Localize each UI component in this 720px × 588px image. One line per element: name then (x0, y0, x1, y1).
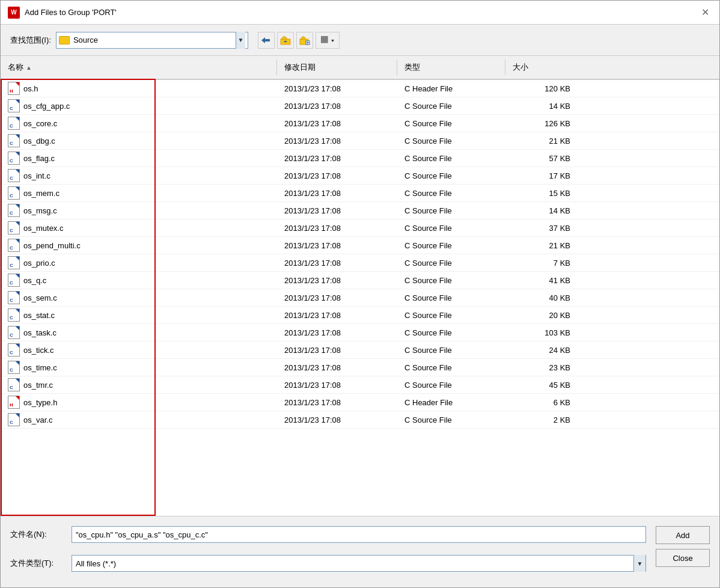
file-list-body[interactable]: os.h2013/1/23 17:08C Header File120 KBos… (1, 80, 719, 516)
file-name-cell[interactable]: os_flag.c (1, 150, 277, 167)
source-file-icon (8, 291, 20, 304)
new-folder-button[interactable] (296, 32, 313, 49)
file-date-cell: 2013/1/23 17:08 (277, 326, 397, 339)
file-type-cell: C Source File (397, 187, 505, 200)
add-button[interactable]: Add (656, 526, 710, 544)
table-row[interactable]: os_pend_multi.c2013/1/23 17:08C Source F… (1, 237, 719, 254)
file-name: os_pend_multi.c (23, 241, 81, 250)
header-date[interactable]: 修改日期 (277, 60, 397, 75)
table-row[interactable]: os_mem.c2013/1/23 17:08C Source File15 K… (1, 185, 719, 202)
table-row[interactable]: os_tmr.c2013/1/23 17:08C Source File45 K… (1, 376, 719, 394)
file-date-cell: 2013/1/23 17:08 (277, 379, 397, 391)
table-row[interactable]: os_dbg.c2013/1/23 17:08C Source File21 K… (1, 132, 719, 150)
file-name-cell[interactable]: os_prio.c (1, 254, 277, 271)
file-size-cell: 126 KB (505, 117, 578, 130)
file-size-cell: 103 KB (505, 326, 578, 339)
header-file-icon (8, 82, 20, 95)
file-name-cell[interactable]: os_sem.c (1, 289, 277, 306)
up-folder-button[interactable] (277, 32, 294, 49)
file-type-cell: C Source File (397, 152, 505, 165)
source-file-icon (8, 117, 20, 130)
file-type-cell: C Source File (397, 204, 505, 217)
table-row[interactable]: os.h2013/1/23 17:08C Header File120 KB (1, 80, 719, 97)
source-file-icon (8, 152, 20, 165)
file-name-cell[interactable]: os_q.c (1, 272, 277, 289)
svg-rect-1 (264, 39, 270, 41)
table-row[interactable]: os_tick.c2013/1/23 17:08C Source File24 … (1, 341, 719, 359)
look-in-dropdown-arrow[interactable]: ▼ (236, 32, 245, 49)
table-row[interactable]: os_sem.c2013/1/23 17:08C Source File40 K… (1, 289, 719, 307)
table-row[interactable]: os_stat.c2013/1/23 17:08C Source File20 … (1, 307, 719, 324)
table-row[interactable]: os_int.c2013/1/23 17:08C Source File17 K… (1, 167, 719, 185)
file-date-cell: 2013/1/23 17:08 (277, 82, 397, 95)
table-row[interactable]: os_task.c2013/1/23 17:08C Source File103… (1, 324, 719, 341)
file-name-cell[interactable]: os_int.c (1, 167, 277, 184)
svg-rect-11 (325, 36, 328, 39)
file-name: os_type.h (23, 398, 57, 407)
file-name-cell[interactable]: os_dbg.c (1, 132, 277, 149)
file-date-cell: 2013/1/23 17:08 (277, 170, 397, 182)
file-name-cell[interactable]: os_time.c (1, 359, 277, 376)
table-row[interactable]: os_msg.c2013/1/23 17:08C Source File14 K… (1, 202, 719, 219)
table-row[interactable]: os_type.h2013/1/23 17:08C Header File6 K… (1, 394, 719, 411)
file-name-cell[interactable]: os_mutex.c (1, 219, 277, 236)
main-section: 名称 ▲ 修改日期 类型 大小 os.h2013/1/23 17:08C Hea… (1, 56, 719, 587)
table-row[interactable]: os_q.c2013/1/23 17:08C Source File41 KB (1, 272, 719, 289)
file-size-cell: 24 KB (505, 344, 578, 357)
file-size-cell: 41 KB (505, 274, 578, 287)
file-type-cell: C Source File (397, 379, 505, 391)
file-name-cell[interactable]: os_cfg_app.c (1, 97, 277, 114)
file-name-cell[interactable]: os_type.h (1, 394, 277, 411)
svg-rect-12 (321, 40, 324, 43)
source-file-icon (8, 378, 20, 391)
header-name[interactable]: 名称 ▲ (1, 60, 277, 75)
filename-label: 文件名(N): (10, 529, 64, 540)
source-file-icon (8, 343, 20, 357)
file-size-cell: 15 KB (505, 187, 578, 200)
table-row[interactable]: os_mutex.c2013/1/23 17:08C Source File37… (1, 219, 719, 237)
table-row[interactable]: os_var.c2013/1/23 17:08C Source File2 KB (1, 411, 719, 429)
file-name-cell[interactable]: os_tmr.c (1, 376, 277, 393)
back-button[interactable] (258, 32, 275, 49)
filetype-value: All files (*.*) (76, 559, 116, 568)
file-date-cell: 2013/1/23 17:08 (277, 222, 397, 234)
current-folder: Source (73, 35, 232, 44)
table-row[interactable]: os_cfg_app.c2013/1/23 17:08C Source File… (1, 97, 719, 115)
file-name-cell[interactable]: os_task.c (1, 324, 277, 341)
file-date-cell: 2013/1/23 17:08 (277, 274, 397, 287)
file-date-cell: 2013/1/23 17:08 (277, 257, 397, 269)
back-icon (261, 36, 271, 44)
filename-input[interactable] (72, 526, 646, 543)
view-button[interactable] (316, 32, 340, 49)
file-type-cell: C Source File (397, 257, 505, 269)
header-size[interactable]: 大小 (505, 60, 578, 75)
filetype-select[interactable]: All files (*.*) ▼ (72, 555, 646, 572)
close-button[interactable]: Close (656, 549, 710, 567)
file-name: os_prio.c (23, 259, 55, 268)
look-in-dropdown[interactable]: Source ▼ (56, 32, 248, 49)
table-row[interactable]: os_core.c2013/1/23 17:08C Source File126… (1, 115, 719, 132)
file-name-cell[interactable]: os_var.c (1, 411, 277, 428)
file-type-cell: C Source File (397, 414, 505, 426)
source-file-icon (8, 256, 20, 269)
file-name-cell[interactable]: os_tick.c (1, 341, 277, 358)
table-row[interactable]: os_time.c2013/1/23 17:08C Source File23 … (1, 359, 719, 376)
file-name-cell[interactable]: os_stat.c (1, 307, 277, 323)
file-name-cell[interactable]: os_pend_multi.c (1, 237, 277, 254)
file-name-cell[interactable]: os.h (1, 80, 277, 97)
file-size-cell: 6 KB (505, 396, 578, 409)
file-name-cell[interactable]: os_mem.c (1, 185, 277, 201)
file-type-cell: C Source File (397, 326, 505, 339)
file-name-cell[interactable]: os_core.c (1, 115, 277, 132)
file-type-cell: C Source File (397, 274, 505, 287)
file-type-cell: C Source File (397, 344, 505, 357)
file-name-cell[interactable]: os_msg.c (1, 202, 277, 219)
filetype-dropdown-arrow[interactable]: ▼ (633, 555, 645, 572)
header-type[interactable]: 类型 (397, 60, 505, 75)
table-row[interactable]: os_prio.c2013/1/23 17:08C Source File7 K… (1, 254, 719, 272)
file-name: os_tmr.c (23, 381, 53, 390)
window-close-button[interactable]: ✕ (698, 5, 712, 20)
file-name: os_task.c (23, 328, 56, 337)
table-row[interactable]: os_flag.c2013/1/23 17:08C Source File57 … (1, 150, 719, 167)
file-name: os_flag.c (23, 154, 55, 163)
